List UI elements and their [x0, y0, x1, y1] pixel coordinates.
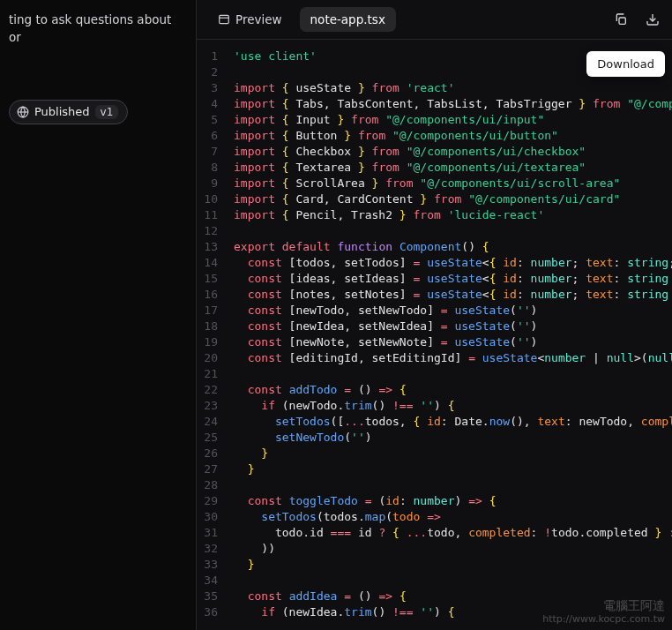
line-number: 29 [197, 493, 218, 509]
code-line[interactable]: import { Button } from "@/components/ui/… [234, 128, 672, 144]
line-number: 17 [197, 303, 218, 319]
code-line[interactable]: const addTodo = () => { [234, 382, 672, 398]
line-number: 33 [197, 557, 218, 573]
code-line[interactable]: const [ideas, setIdeas] = useState<{ id:… [234, 271, 672, 287]
line-number: 10 [197, 191, 218, 207]
copy-button[interactable] [609, 7, 633, 32]
code-line[interactable]: setNewTodo('') [234, 430, 672, 446]
code-line[interactable]: const addIdea = () => { [234, 589, 672, 604]
line-number: 24 [197, 414, 218, 430]
line-number: 25 [197, 430, 218, 446]
line-number: 13 [197, 239, 218, 255]
line-number: 23 [197, 398, 218, 414]
line-number: 7 [197, 144, 218, 160]
code-line[interactable]: } [234, 446, 672, 461]
line-number: 2 [197, 64, 218, 80]
sidebar: ting to ask questions about or Published… [0, 0, 196, 630]
code-line[interactable]: if (newTodo.trim() !== '') { [234, 398, 672, 414]
line-number: 3 [197, 80, 218, 96]
code-line[interactable]: )) [234, 541, 672, 557]
code-editor[interactable]: 1234567891011121314151617181920212223242… [197, 40, 672, 630]
code-line[interactable]: setTodos(todos.map(todo => [234, 509, 672, 525]
publish-status-label: Published [34, 105, 90, 118]
code-line[interactable]: import { ScrollArea } from "@/components… [234, 176, 672, 191]
code-line[interactable]: import { Tabs, TabsContent, TabsList, Ta… [234, 96, 672, 112]
code-line[interactable]: import { Input } from "@/components/ui/i… [234, 112, 672, 128]
code-line[interactable]: } [234, 557, 672, 573]
code-line[interactable]: const [newTodo, setNewTodo] = useState('… [234, 303, 672, 319]
line-number: 21 [197, 366, 218, 382]
line-number: 6 [197, 128, 218, 144]
download-tooltip: Download [586, 51, 665, 77]
line-number: 5 [197, 112, 218, 128]
line-number: 4 [197, 96, 218, 112]
version-badge: v1 [95, 105, 119, 119]
download-icon [646, 12, 660, 26]
code-line[interactable]: const [editingId, setEditingId] = useSta… [234, 350, 672, 366]
code-content[interactable]: 'use client' import { useState } from 'r… [225, 49, 672, 630]
code-line[interactable]: const toggleTodo = (id: number) => { [234, 493, 672, 509]
line-number: 8 [197, 160, 218, 176]
main-panel: Preview note-app.tsx Download 1234567891… [196, 0, 672, 630]
line-number: 9 [197, 176, 218, 191]
line-number: 28 [197, 477, 218, 493]
code-line[interactable]: const [newIdea, setNewIdea] = useState('… [234, 319, 672, 334]
code-line[interactable]: import { useState } from 'react' [234, 80, 672, 96]
line-number: 27 [197, 461, 218, 477]
line-number: 36 [197, 604, 218, 620]
tab-file[interactable]: note-app.tsx [300, 7, 396, 32]
globe-icon [17, 106, 29, 118]
window-icon [218, 13, 230, 26]
line-number: 22 [197, 382, 218, 398]
copy-icon [614, 12, 628, 26]
line-number-gutter: 1234567891011121314151617181920212223242… [197, 49, 225, 630]
line-number: 19 [197, 334, 218, 350]
code-line[interactable]: import { Pencil, Trash2 } from 'lucide-r… [234, 207, 672, 223]
code-line[interactable]: const [newNote, setNewNote] = useState('… [234, 334, 672, 350]
line-number: 20 [197, 350, 218, 366]
code-line[interactable]: } [234, 461, 672, 477]
publish-status-pill[interactable]: Published v1 [9, 100, 128, 124]
code-line[interactable]: if (newIdea.trim() !== '') { [234, 604, 672, 620]
line-number: 16 [197, 287, 218, 303]
line-number: 12 [197, 223, 218, 239]
svg-rect-4 [619, 18, 625, 24]
code-line[interactable]: const [todos, setTodos] = useState<{ id:… [234, 255, 672, 271]
line-number: 14 [197, 255, 218, 271]
code-line[interactable]: todo.id === id ? { ...todo, completed: !… [234, 525, 672, 541]
code-line[interactable]: import { Card, CardContent } from "@/com… [234, 191, 672, 207]
code-line[interactable] [234, 223, 672, 239]
code-line[interactable]: import { Textarea } from "@/components/u… [234, 160, 672, 176]
line-number: 26 [197, 446, 218, 461]
tab-file-label: note-app.tsx [310, 12, 385, 26]
sidebar-description: ting to ask questions about or [9, 11, 187, 47]
code-line[interactable]: export default function Component() { [234, 239, 672, 255]
code-line[interactable]: setTodos([...todos, { id: Date.now(), te… [234, 414, 672, 430]
line-number: 11 [197, 207, 218, 223]
line-number: 1 [197, 49, 218, 64]
line-number: 35 [197, 589, 218, 604]
code-line[interactable]: const [notes, setNotes] = useState<{ id:… [234, 287, 672, 303]
svg-rect-2 [220, 15, 229, 23]
code-line[interactable]: import { Checkbox } from "@/components/u… [234, 144, 672, 160]
line-number: 30 [197, 509, 218, 525]
code-line[interactable] [234, 477, 672, 493]
tab-preview-label: Preview [235, 12, 282, 26]
line-number: 34 [197, 573, 218, 589]
line-number: 18 [197, 319, 218, 334]
tab-preview[interactable]: Preview [207, 7, 293, 32]
line-number: 32 [197, 541, 218, 557]
line-number: 15 [197, 271, 218, 287]
code-line[interactable] [234, 366, 672, 382]
line-number: 31 [197, 525, 218, 541]
download-button[interactable] [640, 7, 665, 32]
code-line[interactable] [234, 573, 672, 589]
editor-toolbar: Preview note-app.tsx Download [197, 0, 672, 40]
